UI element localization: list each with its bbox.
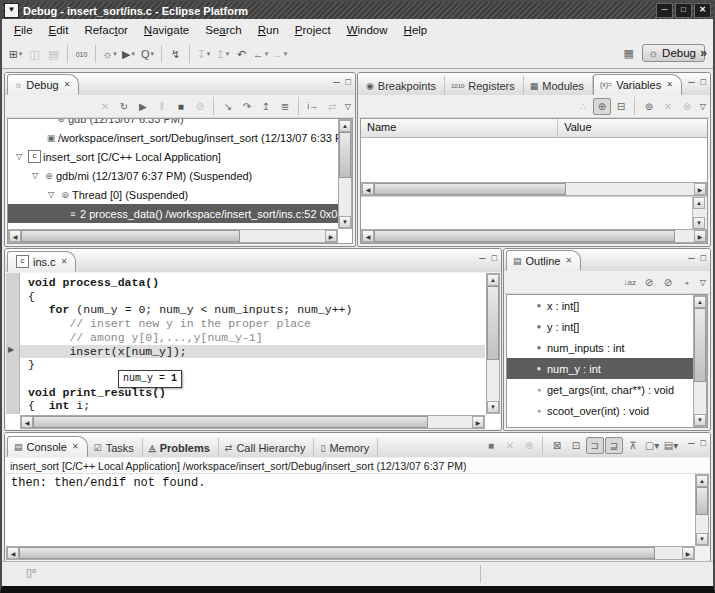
editor-horizontal-scrollbar[interactable]: ◀ ▶ [20,415,485,429]
tab-problems[interactable]: ◬ Problems [143,438,219,457]
step-filters-icon[interactable]: ⇄ [323,98,341,115]
minimize-button[interactable]: ─ [656,3,673,18]
new-wizard-icon[interactable]: ⊞▾ [6,46,25,63]
save-icon[interactable]: ◫ [25,46,44,63]
scroll-down-icon[interactable]: ▼ [693,217,705,229]
scroll-lock-icon[interactable]: ⊡ [567,437,585,454]
maximize-view-icon[interactable]: □ [701,438,706,448]
outline-item-y[interactable]: ●y : int[] [507,316,707,337]
scroll-down-icon[interactable]: ▼ [487,401,499,413]
outline-item-insert[interactable]: ●insert(int) : void [507,421,707,428]
menu-file[interactable]: File [6,22,41,38]
scroll-right-icon[interactable]: ▶ [682,547,694,559]
scroll-right-icon[interactable]: ▶ [472,416,484,428]
close-icon[interactable]: ✕ [61,257,68,266]
maximize-view-icon[interactable]: □ [701,253,706,263]
previous-annotation-icon[interactable]: ↥▾ [213,46,232,63]
twisty-icon[interactable]: ▽ [12,152,26,161]
variables-detail-pane[interactable]: ▲ ▼ [361,196,707,229]
run-launch-icon[interactable]: ▶▾ [119,46,138,63]
console-vertical-scrollbar[interactable]: ▲ ▼ [695,474,709,546]
remove-selected-icon[interactable]: ✕ [659,98,677,115]
maximize-view-icon[interactable]: □ [701,77,706,87]
code-area[interactable]: void process_data() { for (num_y = 0; nu… [20,273,485,414]
scroll-up-icon[interactable]: ▲ [693,197,705,209]
debug-launch-icon[interactable]: ☼▾ [100,46,119,63]
minimize-view-icon[interactable]: ─ [688,438,694,448]
hide-fields-icon[interactable]: ⊘ [640,274,658,291]
view-menu-icon[interactable]: ▽ [700,278,706,287]
clear-console-icon[interactable]: ⊠ [548,437,566,454]
show-stdout-icon[interactable]: ⊐ [586,437,604,454]
tree-row-stack-frame[interactable]: ≡ 2 process_data() /workspace/insert_sor… [8,204,338,223]
tab-breakpoints[interactable]: ◉ Breakpoints [360,76,445,95]
close-icon[interactable]: ✕ [666,80,673,89]
remove-all-icon[interactable]: ⊗ [678,98,696,115]
collapse-all-icon[interactable]: ⊟ [612,98,630,115]
variables-horizontal-scrollbar[interactable]: ◀ ▶ [361,182,707,196]
maximize-view-icon[interactable]: □ [492,253,497,263]
open-perspective-icon[interactable]: ▦ [624,47,634,60]
scroll-up-icon[interactable]: ▲ [487,274,499,286]
hide-static-members-icon[interactable]: ⊘ [659,274,677,291]
scroll-down-icon[interactable]: ▼ [696,533,708,545]
tab-debug[interactable]: ☼ Debug ✕ [7,74,79,95]
scroll-left-icon[interactable]: ◀ [9,230,21,242]
add-global-variables-icon[interactable]: ⊚ [640,98,658,115]
terminate-icon[interactable]: ■ [482,437,500,454]
open-console-icon[interactable]: ▤▾ [662,437,680,454]
print-icon[interactable]: ▤ [44,46,63,63]
tab-tasks[interactable]: ☑ Tasks [88,438,143,457]
step-into-icon[interactable]: ↘ [219,98,237,115]
tree-row-thread[interactable]: ▽ ⊚ Thread [0] (Suspended) [8,185,338,204]
debug-vertical-scrollbar[interactable]: ▲ ▼ [338,119,352,229]
close-icon[interactable]: ✕ [64,80,71,89]
editor-vertical-scrollbar[interactable]: ▲ ▼ [486,273,500,414]
outline-item-get-args[interactable]: ●get_args(int, char**) : void [507,379,707,400]
last-edit-location-icon[interactable]: ↶ [232,46,251,63]
scroll-left-icon[interactable]: ◀ [21,416,33,428]
tab-registers[interactable]: 1010 Registers [445,76,524,95]
column-name[interactable]: Name [361,119,558,137]
tree-row-gdbmi[interactable]: ▽ ⊛ gdb/mi (12/13/07 6:37 PM) (Suspended… [8,166,338,185]
resume-icon[interactable]: ▶ [134,98,152,115]
menu-window[interactable]: Window [339,22,396,38]
tab-modules[interactable]: ▦ Modules [524,76,593,95]
perspective-overflow-chevron[interactable]: » [700,46,707,60]
outline-item-x[interactable]: ●x : int[] [507,295,707,316]
sort-icon[interactable]: ↓az [621,274,639,291]
forward-icon[interactable]: →▾ [270,46,289,63]
minimize-view-icon[interactable]: ─ [479,253,485,263]
scroll-right-icon[interactable]: ▶ [694,230,706,242]
hide-non-public-icon[interactable]: ● [678,274,696,291]
scroll-up-icon[interactable]: ▲ [694,296,706,308]
menu-navigate[interactable]: Navigate [136,22,197,38]
view-menu-icon[interactable]: ▽ [700,102,706,111]
tab-ins-c[interactable]: c ins.c ✕ [7,251,76,272]
remove-launch-icon[interactable]: ✕ [501,437,519,454]
console-horizontal-scrollbar[interactable]: ◀ ▶ [6,546,695,560]
suspend-icon[interactable]: ‖ [153,98,171,115]
twisty-icon[interactable]: ▽ [28,171,42,180]
window-menu-icon[interactable]: ▼ [4,3,19,18]
tree-row-gdb-old[interactable]: ⊛ gdb (12/13/07 6:33 PM) [8,119,338,128]
remove-all-terminated-icon[interactable]: ⊗ [520,437,538,454]
minimize-view-icon[interactable]: ─ [688,253,694,263]
disconnect-icon[interactable]: ⊘ [191,98,209,115]
tab-outline[interactable]: ▤ Outline ✕ [506,250,581,271]
debug-perspective-button[interactable]: ☼ Debug [642,44,705,62]
scroll-right-icon[interactable]: ▶ [694,183,706,195]
display-console-icon[interactable]: ▢▾ [643,437,661,454]
menu-search[interactable]: Search [197,22,249,38]
menu-project[interactable]: Project [287,22,339,38]
detail-horizontal-scrollbar[interactable]: ◀ ▶ [361,229,707,243]
menu-edit[interactable]: Edit [41,22,77,38]
variables-table[interactable] [361,138,707,182]
minimize-view-icon[interactable]: ─ [333,77,339,87]
scroll-down-icon[interactable]: ▼ [694,414,706,426]
scroll-up-icon[interactable]: ▲ [696,475,708,487]
link-editor-icon[interactable]: ↯ [166,46,185,63]
twisty-icon[interactable]: ▽ [44,190,58,199]
minimize-view-icon[interactable]: ─ [688,77,694,87]
tree-row-launch[interactable]: ▽ c insert_sort [C/C++ Local Application… [8,147,338,166]
